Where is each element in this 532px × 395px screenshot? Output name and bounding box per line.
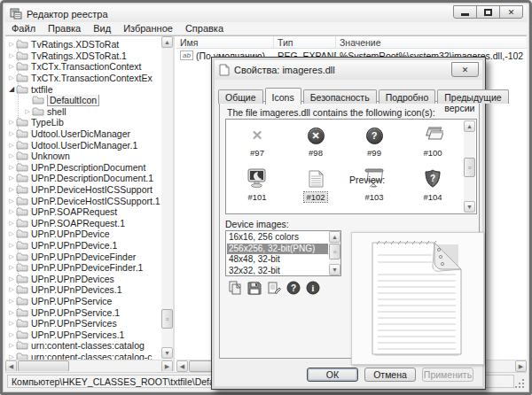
resize-grip[interactable] [515, 378, 525, 388]
tab-безопасность[interactable]: Безопасность [303, 89, 377, 104]
chevron-collapsed-icon[interactable]: ▷ [7, 331, 16, 338]
tree-horizontal-scrollbar[interactable]: ◀ ▶ [5, 360, 173, 371]
column-header-значение[interactable]: Значение [336, 36, 527, 48]
title-bar[interactable]: Редактор реестра ✕ [5, 5, 527, 22]
toolbar-copy-button[interactable] [227, 282, 242, 297]
tree-vscroll-thumb[interactable]: ≡ [161, 309, 173, 329]
device-image-option[interactable]: 48x48, 32-bit [227, 254, 328, 266]
chevron-collapsed-icon[interactable]: ▷ [7, 264, 16, 271]
column-header-имя[interactable]: Имя [176, 36, 274, 48]
chevron-collapsed-icon[interactable]: ▷ [7, 198, 16, 205]
icon-cell-100[interactable]: #100 [403, 121, 462, 166]
chevron-collapsed-icon[interactable]: ▷ [7, 164, 16, 171]
icon-cell-99[interactable]: ?#99 [345, 121, 403, 166]
scroll-down-icon[interactable]: ▼ [161, 347, 173, 359]
chevron-collapsed-icon[interactable]: ▷ [7, 342, 16, 349]
tree-item-typelib[interactable]: ▷TypeLib [7, 117, 160, 128]
menu-item-правка[interactable]: Правка [42, 23, 87, 34]
tree-item-tvratings-xdstorat[interactable]: ▷TvRatings.XDSToRat [7, 39, 160, 50]
scroll-up-icon[interactable]: ▲ [329, 231, 340, 243]
tree-item-udtool-userdicmanager[interactable]: ▷Udtool.UserDicManager [7, 128, 160, 140]
chevron-collapsed-icon[interactable]: ▷ [7, 52, 16, 59]
cancel-button[interactable]: Отмена [364, 368, 416, 382]
tree-item-upnp-upnpservice-1[interactable]: ▷UPnP.UPnPService.1 [7, 306, 160, 318]
scroll-left-icon[interactable]: ◀ [5, 360, 17, 371]
tree-item-upnp-upnpdevicefinder[interactable]: ▷UPnP.UPnPDeviceFinder [7, 251, 160, 262]
close-button[interactable]: ✕ [499, 5, 523, 19]
chevron-collapsed-icon[interactable]: ▷ [7, 230, 16, 237]
scroll-down-icon[interactable]: ▼ [464, 201, 475, 213]
toolbar-help-button[interactable]: ? [286, 282, 301, 297]
tree-item-upnp-devicehosticssupport-1[interactable]: ▷UPnP.DeviceHostICSSupport.1 [7, 195, 160, 206]
column-header-тип[interactable]: Тип [274, 36, 336, 48]
scroll-up-icon[interactable]: ▲ [161, 36, 173, 48]
chevron-collapsed-icon[interactable]: ▷ [7, 174, 16, 182]
chevron-collapsed-icon[interactable]: ▷ [7, 275, 16, 283]
tree-item-txctx-transactioncontext[interactable]: ▷TxCTx.TransactionContext [7, 61, 160, 73]
chevron-collapsed-icon[interactable]: ▷ [7, 309, 16, 316]
ok-button[interactable]: ОК [307, 368, 358, 382]
iconlist-vertical-scrollbar[interactable]: ▲ ≡ ▼ [464, 120, 475, 213]
tree-item-upnp-devicehosticssupport[interactable]: ▷UPnP.DeviceHostICSSupport [7, 184, 160, 196]
iconlist-vscroll-thumb[interactable]: ≡ [464, 158, 475, 177]
menu-item-избранное[interactable]: Избранное [117, 23, 179, 34]
chevron-collapsed-icon[interactable]: ▷ [7, 320, 16, 327]
chevron-collapsed-icon[interactable]: ▷ [7, 74, 16, 81]
scroll-down-icon[interactable]: ▼ [329, 264, 340, 275]
tree-item-upnp-soaprequest[interactable]: ▷UPnP.SOAPRequest [7, 206, 160, 218]
icon-cell-97[interactable]: ✕#97 [228, 121, 286, 166]
tree-item-upnp-upnpdevicefinder-1[interactable]: ▷UPnP.UPnPDeviceFinder.1 [7, 262, 160, 274]
minimize-button[interactable] [453, 5, 477, 19]
tree-item-shell[interactable]: ▷shell [7, 106, 160, 118]
tree-item-upnp-upnpdevice-1[interactable]: ▷UPnP.UPnPDevice.1 [7, 240, 160, 252]
chevron-collapsed-icon[interactable]: ▷ [7, 186, 16, 193]
tree-item-unknown[interactable]: ▷Unknown [7, 151, 160, 162]
tree-item-defaulticon[interactable]: DefaultIcon [7, 95, 160, 106]
scroll-left-icon[interactable]: ◀ [176, 360, 188, 372]
devicelist-vertical-scrollbar[interactable]: ▲ ≡ ▼ [329, 231, 340, 275]
chevron-collapsed-icon[interactable]: ▷ [7, 286, 16, 293]
tree-item-upnp-upnpservices-1[interactable]: ▷UPnP.UPnPServices.1 [7, 329, 160, 340]
tab-icons[interactable]: Icons [265, 88, 301, 105]
icon-cell-102[interactable]: #102 [286, 166, 345, 210]
tree-vertical-scrollbar[interactable]: ▲ ≡ ▼ [161, 36, 173, 359]
devicelist-vscroll-thumb[interactable]: ≡ [329, 244, 340, 259]
icon-cell-98[interactable]: ✕#98 [286, 121, 345, 166]
device-image-option[interactable]: 32x32, 32-bit [227, 266, 328, 275]
dialog-close-button[interactable]: ✕ [451, 62, 479, 77]
device-image-option[interactable]: 256x256, 32-bit(PNG) [227, 244, 328, 255]
chevron-collapsed-icon[interactable]: ▷ [7, 208, 16, 215]
chevron-collapsed-icon[interactable]: ▷ [7, 253, 16, 260]
chevron-collapsed-icon[interactable]: ▷ [7, 242, 16, 249]
tree-item-upnp-upnpservice[interactable]: ▷UPnP.UPnPService [7, 296, 160, 307]
tree-item-upnp-upnpservices[interactable]: ▷UPnP.UPnPServices [7, 318, 160, 329]
chevron-collapsed-icon[interactable]: ▷ [7, 119, 16, 126]
tab-подробно[interactable]: Подробно [379, 89, 436, 104]
chevron-collapsed-icon[interactable]: ▷ [7, 130, 16, 137]
toolbar-save-button[interactable] [246, 282, 262, 297]
tree-item-upnp-soaprequest-1[interactable]: ▷UPnP.SOAPRequest.1 [7, 218, 160, 229]
icon-cell-103[interactable]: #103 [345, 166, 403, 210]
tree-item-upnp-upnpdevice[interactable]: ▷UPnP.UPnPDevice [7, 228, 160, 240]
menu-item-справка[interactable]: Справка [179, 23, 230, 34]
tree-item-udtool-userdicmanager-1[interactable]: ▷Udtool.UserDicManager.1 [7, 139, 160, 151]
tab-предыдущие-версии[interactable]: Предыдущие версии [437, 89, 508, 104]
tree-item-upnp-descriptiondocument[interactable]: ▷UPnP.DescriptionDocument [7, 162, 160, 174]
tab-общие[interactable]: Общие [218, 89, 263, 104]
scroll-right-icon[interactable]: ▶ [161, 360, 173, 371]
tree-item-txctx-transactioncontextex[interactable]: ▷TxCTx.TransactionContextEx [7, 73, 160, 84]
chevron-collapsed-icon[interactable]: ▷ [7, 298, 16, 305]
menu-item-файл[interactable]: Файл [5, 23, 42, 34]
chevron-collapsed-icon[interactable]: ▷ [7, 152, 16, 159]
chevron-expanded-icon[interactable]: ◢ [7, 85, 16, 93]
tree-item-upnp-upnpdevices-1[interactable]: ▷UPnP.UPnPDevices.1 [7, 284, 160, 296]
tree-item-txtfile[interactable]: ◢txtfile [7, 83, 160, 95]
tree-hscroll-thumb[interactable] [18, 360, 69, 371]
chevron-collapsed-icon[interactable]: ▷ [7, 63, 16, 70]
scroll-right-icon[interactable]: ▶ [515, 360, 527, 372]
scroll-up-icon[interactable]: ▲ [464, 120, 475, 132]
chevron-collapsed-icon[interactable]: ▷ [23, 108, 32, 115]
chevron-collapsed-icon[interactable]: ▷ [7, 142, 16, 149]
maximize-button[interactable] [476, 5, 500, 19]
chevron-collapsed-icon[interactable]: ▷ [7, 220, 16, 227]
